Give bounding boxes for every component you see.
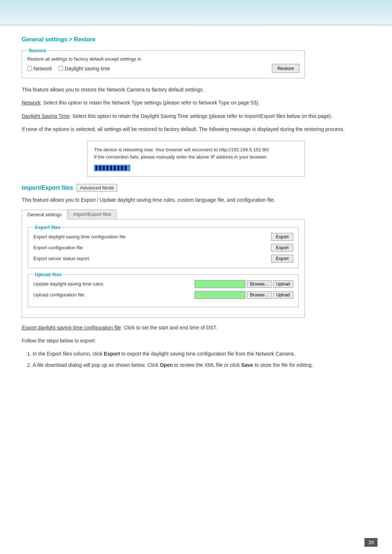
- export-dst-button[interactable]: Export: [271, 233, 293, 241]
- daylight-checkbox[interactable]: [58, 66, 63, 71]
- upload-dst-button[interactable]: Upload: [273, 280, 293, 288]
- network-checkbox-group: Network: [27, 66, 52, 71]
- page-number: 39: [364, 538, 377, 547]
- upload-row-1: Update daylight saving time rules: Brows…: [33, 280, 293, 288]
- tab-import-export[interactable]: Import/Export files: [68, 209, 117, 219]
- para4: If none of the options is selected, all …: [22, 125, 370, 133]
- content: General settings > Restore Restore Resto…: [0, 25, 392, 394]
- upload-config-button[interactable]: Upload: [273, 291, 293, 299]
- section1-title: General settings > Restore: [22, 36, 370, 43]
- upload-files-fieldset: Upload files Update daylight saving time…: [28, 272, 299, 307]
- para5: This feature allows you to Export / Upda…: [22, 196, 370, 204]
- follow-steps: Follow the steps below to export:: [22, 337, 370, 345]
- section2-title: Import/Export files: [22, 185, 73, 191]
- browse-dst-button[interactable]: Browse...: [247, 280, 271, 288]
- top-bar: [0, 0, 392, 25]
- export-dst-term: Export daylight saving time configuratio…: [22, 325, 121, 331]
- step-2: A file download dialog will pop up as sh…: [33, 361, 370, 369]
- network-term: Network: [22, 100, 40, 106]
- export-status-button[interactable]: Export: [271, 255, 293, 263]
- step1-suffix: to export the daylight saving time confi…: [120, 351, 295, 357]
- step1-prefix: In the Export files column, click: [33, 351, 104, 357]
- daylight-checkbox-group: Daylight saving time: [58, 66, 110, 71]
- step2-suffix: to store the file for editing.: [253, 362, 313, 368]
- upload-config-label: Upload configuration file:: [33, 292, 85, 297]
- export-row-3: Export server status report Export: [33, 255, 293, 263]
- step2-bold2: Save: [241, 362, 253, 368]
- para6: Export daylight saving time configuratio…: [22, 324, 370, 332]
- para6-text: : Click to set the start and end time of…: [121, 325, 217, 331]
- network-checkbox[interactable]: [27, 66, 32, 71]
- tabs: General settings Import/Export files: [22, 209, 305, 219]
- restore-description: Restore all settings to factory default …: [27, 56, 299, 62]
- step2-bold1: Open: [160, 362, 173, 368]
- reboot-line1: The device is rebooting now. Your browse…: [94, 146, 298, 154]
- export-dst-label: Export daylight saving time configuratio…: [33, 234, 126, 239]
- tab-panel: Export files Export daylight saving time…: [22, 219, 305, 318]
- upload-dst-input[interactable]: [195, 280, 245, 288]
- para1: This feature allows you to restore the N…: [22, 86, 370, 94]
- daylight-label: Daylight saving time: [65, 66, 110, 71]
- para3: Daylight Saving Time: Select this option…: [22, 112, 370, 120]
- steps-list: In the Export files column, click Export…: [33, 350, 370, 369]
- para2: Network: Select this option to retain th…: [22, 99, 370, 107]
- import-export-header: Import/Export files Advanced Mode: [22, 184, 370, 192]
- restore-legend: Restore: [27, 48, 48, 53]
- advanced-mode-badge[interactable]: Advanced Mode: [77, 184, 117, 192]
- browse-config-button[interactable]: Browse...: [247, 291, 271, 299]
- reboot-message-box: The device is rebooting now. Your browse…: [87, 141, 305, 177]
- export-row-2: Export configuration file Export: [33, 244, 293, 252]
- reboot-line2: If the connection fails, please manually…: [94, 153, 298, 161]
- step-1: In the Export files column, click Export…: [33, 350, 370, 358]
- restore-row: Network Daylight saving time Restore: [27, 64, 299, 73]
- export-status-label: Export server status report: [33, 256, 89, 261]
- upload-row-2: Upload configuration file: Browse... Upl…: [33, 291, 293, 299]
- upload-dst-controls: Browse... Upload: [195, 280, 293, 288]
- tabs-panel: General settings Import/Export files Exp…: [22, 209, 305, 318]
- export-config-button[interactable]: Export: [271, 244, 293, 252]
- tabs-container: General settings Import/Export files: [22, 209, 305, 219]
- step2-middle: to review the XML file or click: [173, 362, 241, 368]
- restore-button[interactable]: Restore: [272, 64, 299, 73]
- restore-fieldset: Restore Restore all settings to factory …: [22, 48, 305, 78]
- export-row-1: Export daylight saving time configuratio…: [33, 233, 293, 241]
- progress-bar: [94, 165, 130, 171]
- upload-legend: Upload files: [33, 272, 63, 277]
- upload-config-input[interactable]: [195, 291, 245, 299]
- restore-checkboxes: Network Daylight saving time: [27, 66, 114, 71]
- para3-text: : Select this option to retain the Dayli…: [70, 113, 332, 119]
- export-config-label: Export configuration file: [33, 245, 83, 250]
- progress-bar-stripes: [95, 166, 128, 170]
- daylight-term: Daylight Saving Time: [22, 113, 70, 119]
- step1-bold: Export: [104, 351, 120, 357]
- network-label: Network: [33, 66, 52, 71]
- para2-text: : Select this option to retain the Netwo…: [40, 100, 259, 106]
- tab-general-settings[interactable]: General settings: [22, 210, 67, 219]
- upload-dst-label: Update daylight saving time rules:: [33, 281, 104, 287]
- export-legend: Export files: [33, 225, 62, 230]
- upload-config-controls: Browse... Upload: [195, 291, 293, 299]
- export-files-fieldset: Export files Export daylight saving time…: [28, 225, 299, 268]
- step2-prefix: A file download dialog will pop up as sh…: [33, 362, 160, 368]
